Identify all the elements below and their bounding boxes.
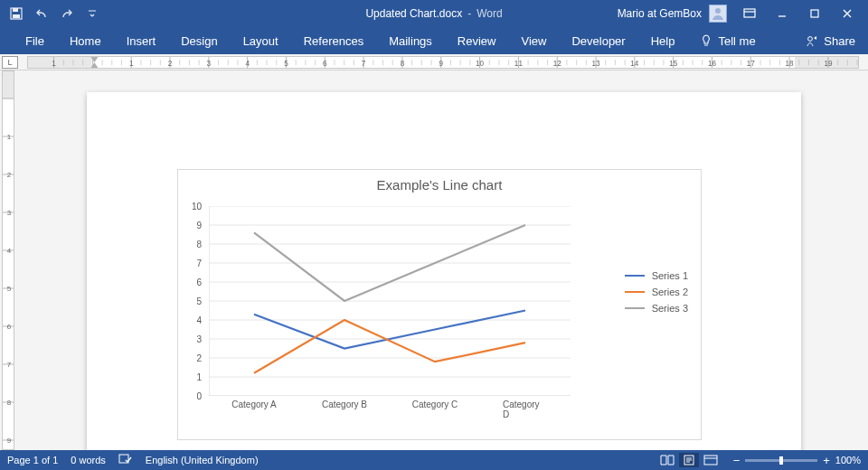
y-tick-label: 5: [196, 296, 202, 306]
zoom-control: − + 100%: [733, 454, 861, 467]
svg-text:9: 9: [439, 60, 443, 68]
tab-mailings[interactable]: Mailings: [376, 29, 445, 53]
legend-swatch: [625, 275, 645, 277]
tab-home[interactable]: Home: [57, 29, 114, 53]
svg-text:1: 1: [129, 60, 134, 68]
tab-file[interactable]: File: [13, 29, 57, 53]
svg-text:6: 6: [323, 60, 327, 68]
y-tick-label: 10: [192, 202, 202, 212]
svg-text:16: 16: [708, 60, 717, 68]
redo-button[interactable]: [56, 3, 78, 24]
legend-label: Series 1: [652, 270, 688, 281]
save-button[interactable]: [5, 3, 27, 24]
tab-design[interactable]: Design: [168, 29, 230, 53]
tab-layout[interactable]: Layout: [231, 29, 291, 53]
svg-text:18: 18: [786, 60, 795, 68]
svg-text:14: 14: [630, 60, 639, 68]
tab-insert[interactable]: Insert: [114, 29, 169, 53]
zoom-in-button[interactable]: +: [823, 454, 830, 467]
svg-rect-1: [13, 8, 18, 12]
status-word-count[interactable]: 0 words: [71, 455, 106, 465]
read-mode-button[interactable]: [657, 453, 677, 467]
quick-access-toolbar: [0, 3, 103, 24]
status-page[interactable]: Page 1 of 1: [7, 455, 58, 465]
svg-text:5: 5: [7, 285, 12, 293]
undo-button[interactable]: [31, 3, 52, 24]
maximize-button[interactable]: [799, 3, 830, 24]
share-icon: [806, 34, 818, 47]
svg-text:5: 5: [284, 60, 288, 68]
y-tick-label: 4: [196, 315, 202, 325]
user-avatar[interactable]: [709, 5, 727, 23]
svg-text:15: 15: [669, 60, 678, 68]
y-tick-label: 9: [196, 221, 202, 230]
tab-review[interactable]: Review: [445, 29, 509, 53]
svg-text:2: 2: [168, 60, 173, 68]
status-language[interactable]: English (United Kingdom): [146, 455, 259, 465]
svg-text:3: 3: [7, 209, 12, 217]
svg-text:10: 10: [476, 60, 485, 68]
y-tick-label: 7: [196, 258, 202, 268]
tab-help[interactable]: Help: [638, 29, 688, 53]
window-controls: [734, 3, 863, 24]
ribbon-display-button[interactable]: [734, 3, 765, 24]
y-tick-label: 3: [196, 334, 202, 344]
svg-text:2: 2: [7, 171, 12, 179]
svg-point-6: [808, 37, 813, 42]
y-tick-label: 2: [196, 353, 202, 363]
minimize-button[interactable]: [767, 3, 797, 24]
lightbulb-icon: [700, 34, 712, 47]
tab-selector[interactable]: L: [2, 56, 18, 69]
svg-text:6: 6: [7, 323, 12, 331]
tell-me-search[interactable]: Tell me: [687, 34, 768, 48]
spellcheck-icon[interactable]: [118, 453, 133, 467]
chart-title: Example's Line chart: [178, 170, 701, 193]
svg-text:13: 13: [592, 60, 601, 68]
document-name: Updated Chart.docx: [365, 7, 462, 20]
zoom-slider[interactable]: [745, 459, 817, 462]
svg-text:1: 1: [7, 133, 12, 141]
legend-item: Series 1: [625, 270, 688, 281]
share-button[interactable]: Share: [793, 34, 868, 48]
chart-x-axis: Category ACategory BCategory CCategory D: [209, 400, 571, 418]
window-title: Updated Chart.docx - Word: [365, 7, 502, 20]
status-bar: Page 1 of 1 0 words English (United King…: [0, 450, 868, 470]
chart-object[interactable]: Example's Line chart 012345678910 Catego…: [177, 169, 702, 440]
user-name: Mario at GemBox: [618, 7, 702, 20]
customize-qat-button[interactable]: [81, 3, 103, 24]
svg-text:12: 12: [553, 60, 562, 68]
svg-rect-2: [13, 14, 20, 18]
svg-marker-111: [90, 57, 98, 62]
chart-y-axis: 012345678910: [178, 206, 205, 396]
print-layout-button[interactable]: [679, 453, 699, 467]
svg-text:8: 8: [7, 399, 12, 407]
svg-text:3: 3: [207, 60, 212, 68]
tell-me-label: Tell me: [718, 34, 755, 48]
x-tick-label: Category D: [503, 400, 548, 419]
legend-swatch: [625, 291, 645, 293]
ruler-row: L 112345678910111213141516171819: [0, 54, 868, 70]
x-tick-label: Category C: [412, 400, 458, 409]
app-name: Word: [476, 7, 502, 20]
legend-swatch: [625, 307, 645, 309]
y-tick-label: 0: [196, 391, 202, 401]
zoom-out-button[interactable]: −: [733, 454, 741, 467]
close-button[interactable]: [832, 3, 863, 24]
tab-view[interactable]: View: [508, 29, 559, 53]
svg-point-3: [715, 8, 721, 14]
zoom-level[interactable]: 100%: [835, 455, 861, 465]
web-layout-button[interactable]: [701, 453, 721, 467]
svg-text:19: 19: [824, 60, 833, 68]
share-label: Share: [824, 34, 855, 48]
svg-rect-4: [744, 9, 755, 17]
tab-references[interactable]: References: [291, 29, 376, 53]
document-page[interactable]: Example's Line chart 012345678910 Catego…: [87, 92, 801, 450]
svg-text:9: 9: [7, 437, 12, 445]
editing-surface: 1234567891011 Example's Line chart 01234…: [0, 70, 868, 450]
vertical-ruler[interactable]: 1234567891011: [2, 70, 14, 450]
horizontal-ruler[interactable]: 112345678910111213141516171819: [27, 56, 859, 69]
chart-legend: Series 1Series 2Series 3: [625, 265, 688, 319]
tab-developer[interactable]: Developer: [559, 29, 637, 53]
ribbon-tabs: File Home Insert Design Layout Reference…: [0, 27, 868, 54]
legend-label: Series 3: [652, 303, 688, 314]
